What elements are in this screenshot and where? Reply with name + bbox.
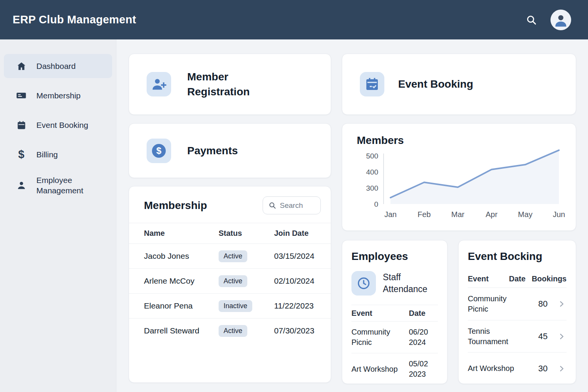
svg-text:May: May xyxy=(518,210,532,219)
topbar: ERP Club Management xyxy=(0,0,588,39)
col-bookings: Bookings xyxy=(532,274,567,283)
sidebar-item-billing[interactable]: $ Billing xyxy=(4,142,112,167)
card-title: Member Registration xyxy=(187,69,270,99)
payments-card[interactable]: $ Payments xyxy=(129,123,331,178)
list-item[interactable]: Art Workshop 30 xyxy=(468,352,567,384)
join-date: 11/22/2023 xyxy=(274,301,322,310)
search-input[interactable] xyxy=(280,201,313,210)
membership-title: Membership xyxy=(144,199,207,212)
member-name: Arlene McCoy xyxy=(144,276,219,286)
status-badge: Active xyxy=(219,275,247,287)
calendar-check-icon xyxy=(360,72,384,96)
event-bocking-title: Event Bocking xyxy=(468,250,567,263)
sidebar-item-event-booking[interactable]: Event Booking xyxy=(4,113,112,137)
person-add-icon xyxy=(147,72,171,96)
event-bocking-table-header: Event Date Bookings xyxy=(468,270,567,288)
svg-text:Jan: Jan xyxy=(384,210,397,219)
event-name: Tennis Tournament xyxy=(468,326,518,347)
member-name: Eleanor Pena xyxy=(144,301,219,310)
table-row: Darrell Steward Active 07/30/2023 xyxy=(129,318,331,343)
event-date: 06/20 2024 xyxy=(409,327,438,348)
sidebar-label: Event Booking xyxy=(36,120,88,130)
card-title: Event Booking xyxy=(398,77,473,91)
status-badge: Active xyxy=(219,250,247,262)
bookings-count: 30 xyxy=(538,364,557,374)
svg-text:Mar: Mar xyxy=(451,210,465,219)
dollar-circle-icon: $ xyxy=(147,139,171,163)
svg-text:0: 0 xyxy=(374,200,378,208)
avatar[interactable] xyxy=(550,10,571,30)
status-badge: Inactive xyxy=(219,300,252,312)
search-icon[interactable] xyxy=(524,13,538,27)
card-title: Payments xyxy=(187,143,238,158)
member-name: Jacob Jones xyxy=(144,252,219,261)
list-item[interactable]: Community Picnic 80 xyxy=(468,288,567,320)
member-registration-card[interactable]: Member Registration xyxy=(129,54,331,115)
svg-text:$: $ xyxy=(156,145,162,156)
employees-card: Employees Staff Attendance Event Date Co… xyxy=(342,240,448,384)
person-icon xyxy=(16,180,26,191)
event-name: Art Workshop xyxy=(468,363,518,374)
membership-search[interactable] xyxy=(263,196,321,214)
col-date: Date xyxy=(409,309,438,318)
col-join-date: Join Date xyxy=(274,229,322,238)
svg-text:Feb: Feb xyxy=(418,210,431,219)
svg-text:Jun: Jun xyxy=(553,210,565,219)
sidebar-item-membership[interactable]: Membership xyxy=(4,83,112,108)
event-booking-card[interactable]: Event Booking xyxy=(342,54,576,115)
event-date: 05/02 2023 xyxy=(409,359,438,379)
membership-card-icon xyxy=(16,90,26,101)
event-name: Art Workshop xyxy=(351,364,401,374)
sidebar-label: Employee Management xyxy=(36,175,101,196)
col-date: Date xyxy=(509,274,526,283)
search-icon xyxy=(268,201,276,209)
membership-card-header: Membership xyxy=(129,186,331,223)
event-bocking-card: Event Bocking Event Date Bookings Commun… xyxy=(458,240,576,384)
join-date: 03/15/2024 xyxy=(274,252,322,261)
list-item[interactable]: Tennis Tournament 45 xyxy=(468,320,567,352)
table-row: Arlene McCoy Active 02/10/2024 xyxy=(129,268,331,293)
col-status: Status xyxy=(219,229,274,238)
status-badge: Active xyxy=(219,325,247,337)
svg-text:300: 300 xyxy=(366,184,378,192)
app-title: ERP Club Management xyxy=(13,13,136,26)
svg-text:500: 500 xyxy=(366,152,378,160)
sidebar-label: Dashboard xyxy=(36,61,76,71)
sidebar-item-dashboard[interactable]: Dashboard xyxy=(4,54,112,78)
list-item: Community Picnic 06/20 2024 xyxy=(351,322,438,353)
sidebar-label: Billing xyxy=(36,149,58,160)
sidebar-label: Membership xyxy=(36,90,81,101)
svg-text:400: 400 xyxy=(366,168,378,176)
dollar-icon: $ xyxy=(16,149,26,160)
employees-table-header: Event Date xyxy=(351,305,438,322)
employees-title: Employees xyxy=(351,250,438,263)
chevron-right-icon[interactable] xyxy=(557,332,567,341)
staff-attendance: Staff Attendance xyxy=(351,271,438,296)
list-item: Art Workshop 05/02 2023 xyxy=(351,353,438,385)
members-line-chart: 0300400500JanFebMarAprMayJun xyxy=(352,143,567,219)
member-name: Darrell Steward xyxy=(144,326,219,335)
staff-attendance-label: Staff Attendance xyxy=(383,271,432,295)
clock-icon xyxy=(351,271,376,296)
chevron-right-icon[interactable] xyxy=(557,300,567,308)
join-date: 02/10/2024 xyxy=(274,276,322,286)
membership-table-header: Name Status Join Date xyxy=(129,223,331,243)
sidebar-item-employee-management[interactable]: Employee Management xyxy=(4,172,112,199)
bookings-count: 45 xyxy=(538,332,557,341)
home-icon xyxy=(16,61,26,71)
col-event: Event xyxy=(468,274,509,283)
calendar-icon xyxy=(16,120,26,130)
join-date: 07/30/2023 xyxy=(274,326,322,335)
membership-table-card: Membership Name Status Join Date Jacob J… xyxy=(129,186,331,383)
topbar-actions xyxy=(524,0,588,39)
event-name: Community Picnic xyxy=(351,327,401,348)
members-chart-card: Members 0300400500JanFebMarAprMayJun xyxy=(342,123,576,231)
chevron-right-icon[interactable] xyxy=(557,364,567,373)
col-event: Event xyxy=(351,309,409,318)
table-row: Eleanor Pena Inactive 11/22/2023 xyxy=(129,293,331,318)
event-name: Community Picnic xyxy=(468,294,518,314)
col-name: Name xyxy=(144,229,219,238)
bookings-count: 80 xyxy=(538,299,557,309)
svg-text:Apr: Apr xyxy=(485,210,497,219)
sidebar: Dashboard Membership Event Booking $ Bil… xyxy=(0,39,116,392)
